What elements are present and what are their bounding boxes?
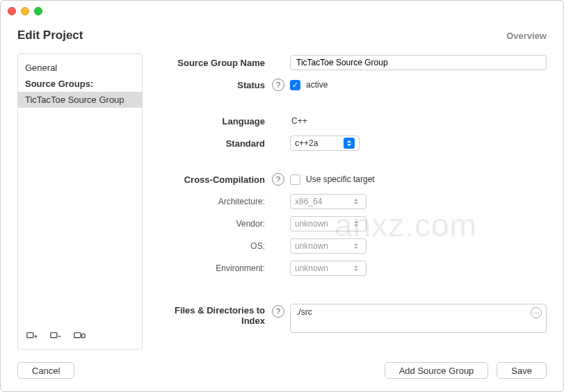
svg-rect-6 bbox=[82, 334, 86, 337]
environment-value: unknown bbox=[295, 263, 328, 273]
os-select[interactable]: unknown bbox=[290, 238, 366, 254]
use-specific-target-checkbox[interactable] bbox=[290, 174, 300, 185]
language-value: C++ bbox=[290, 116, 307, 126]
cancel-button[interactable]: Cancel bbox=[17, 362, 74, 379]
use-specific-target-text: Use specific target bbox=[305, 174, 375, 184]
cross-compilation-label: Cross-Compilation bbox=[154, 174, 272, 185]
status-label: Status bbox=[154, 80, 272, 90]
minimize-window-button[interactable] bbox=[21, 7, 29, 15]
chevron-updown-icon bbox=[344, 138, 355, 149]
save-button[interactable]: Save bbox=[497, 362, 547, 379]
svg-rect-5 bbox=[74, 333, 81, 338]
status-active-checkbox[interactable] bbox=[290, 80, 300, 90]
architecture-select[interactable]: x86_64 bbox=[290, 194, 366, 209]
chevron-updown-icon bbox=[351, 218, 362, 229]
help-icon[interactable]: ? bbox=[272, 173, 284, 186]
standard-select-value: c++2a bbox=[295, 138, 318, 148]
add-item-icon[interactable] bbox=[25, 329, 39, 343]
help-icon[interactable]: ? bbox=[272, 79, 284, 91]
sidebar-item-source-groups-header: Source Groups: bbox=[18, 76, 142, 92]
environment-select[interactable]: unknown bbox=[290, 261, 366, 276]
standard-select[interactable]: c++2a bbox=[290, 136, 360, 151]
page-title: Edit Project bbox=[17, 28, 83, 42]
environment-label: Environment: bbox=[154, 263, 272, 273]
overview-link[interactable]: Overview bbox=[506, 31, 547, 41]
vendor-select[interactable]: unknown bbox=[290, 216, 366, 231]
add-source-group-button[interactable]: Add Source Group bbox=[385, 362, 489, 379]
more-options-icon[interactable]: ⋯ bbox=[531, 307, 542, 318]
standard-label: Standard bbox=[154, 138, 272, 149]
vendor-value: unknown bbox=[295, 219, 328, 229]
os-value: unknown bbox=[295, 241, 328, 251]
help-icon[interactable]: ? bbox=[272, 305, 284, 318]
language-label: Language bbox=[154, 116, 272, 126]
chevron-updown-icon bbox=[351, 240, 362, 252]
svg-rect-0 bbox=[27, 333, 33, 338]
chevron-updown-icon bbox=[351, 263, 362, 274]
files-dirs-value: ./src bbox=[296, 307, 312, 317]
sidebar: General Source Groups: TicTacToe Source … bbox=[17, 54, 143, 350]
svg-rect-3 bbox=[51, 333, 57, 338]
duplicate-item-icon[interactable] bbox=[72, 329, 86, 343]
status-active-text: active bbox=[305, 80, 328, 90]
source-group-name-input[interactable] bbox=[290, 55, 547, 70]
os-label: OS: bbox=[154, 241, 272, 251]
architecture-label: Architecture: bbox=[154, 197, 272, 206]
titlebar bbox=[1, 1, 563, 22]
close-window-button[interactable] bbox=[8, 7, 16, 15]
source-group-name-label: Source Group Name bbox=[154, 58, 272, 68]
architecture-value: x86_64 bbox=[295, 197, 322, 206]
files-dirs-input[interactable]: ./src ⋯ bbox=[290, 304, 547, 333]
vendor-label: Vendor: bbox=[154, 219, 272, 229]
sidebar-item-tictactoe[interactable]: TicTacToe Source Group bbox=[18, 92, 142, 108]
sidebar-item-general[interactable]: General bbox=[18, 60, 142, 76]
files-dirs-label: Files & Directories to Index bbox=[154, 304, 272, 326]
chevron-updown-icon bbox=[351, 196, 362, 207]
zoom-window-button[interactable] bbox=[34, 7, 42, 15]
remove-item-icon[interactable] bbox=[49, 329, 63, 343]
